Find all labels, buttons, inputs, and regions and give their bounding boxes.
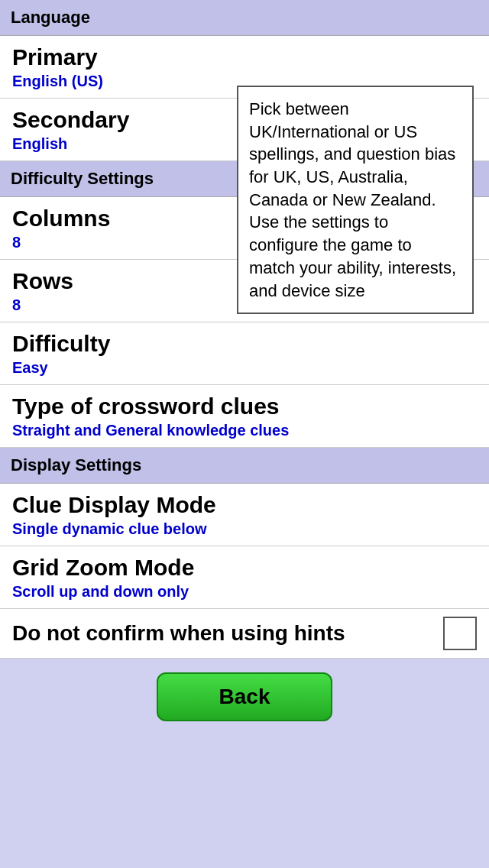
grid-zoom-setting-row[interactable]: Grid Zoom Mode Scroll up and down only: [0, 546, 489, 609]
primary-label: Primary: [12, 44, 477, 71]
difficulty-value: Easy: [12, 359, 477, 377]
clue-type-setting-row[interactable]: Type of crossword clues Straight and Gen…: [0, 385, 489, 448]
back-button[interactable]: Back: [157, 672, 333, 721]
primary-setting-row[interactable]: Primary English (US) Pick between UK/Int…: [0, 36, 489, 99]
tooltip-text: Pick between UK/International or US spel…: [249, 99, 456, 300]
clue-type-value: Straight and General knowledge clues: [12, 422, 477, 439]
tooltip-box: Pick between UK/International or US spel…: [237, 86, 474, 314]
page-wrapper: Language Primary English (US) Pick betwe…: [0, 0, 489, 735]
clue-display-setting-row[interactable]: Clue Display Mode Single dynamic clue be…: [0, 484, 489, 546]
hints-setting-row[interactable]: Do not confirm when using hints: [0, 609, 489, 659]
grid-zoom-label: Grid Zoom Mode: [12, 554, 477, 581]
hints-checkbox[interactable]: [443, 617, 477, 650]
back-button-container: Back: [0, 659, 489, 735]
display-section-header: Display Settings: [0, 448, 489, 484]
hints-label: Do not confirm when using hints: [12, 620, 437, 646]
language-section-header: Language: [0, 0, 489, 36]
grid-zoom-value: Scroll up and down only: [12, 583, 477, 601]
clue-display-label: Clue Display Mode: [12, 491, 477, 519]
clue-display-value: Single dynamic clue below: [12, 520, 477, 538]
difficulty-label: Difficulty: [12, 330, 477, 358]
clue-type-label: Type of crossword clues: [12, 393, 477, 420]
difficulty-setting-row[interactable]: Difficulty Easy: [0, 322, 489, 385]
